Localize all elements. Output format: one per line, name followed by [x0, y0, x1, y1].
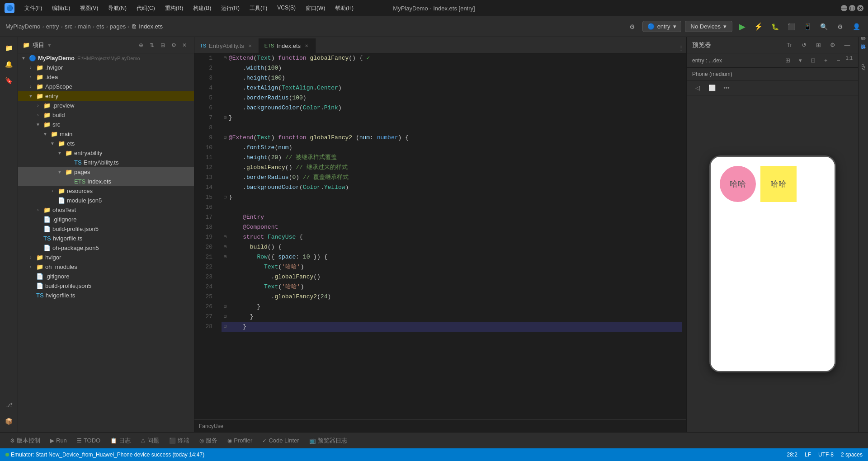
tree-pages-folder[interactable]: ▼ 📁 pages — [18, 167, 194, 177]
debug-button[interactable]: 🐛 — [769, 20, 781, 33]
breadcrumb-src[interactable]: src — [65, 23, 72, 30]
fold-26[interactable]: ⊟ — [222, 303, 229, 310]
tree-appscope-folder[interactable]: › 📁 AppScope — [18, 82, 194, 91]
breadcrumb-file[interactable]: 🗎 Index.ets — [132, 23, 163, 30]
fold-9[interactable]: ⊟ — [222, 134, 229, 141]
settings-button[interactable]: ⚙ — [834, 20, 846, 33]
fold-15[interactable]: ⊟ — [222, 194, 229, 201]
close-exp-btn[interactable]: ✕ — [179, 40, 189, 50]
breadcrumb-pages[interactable]: pages — [110, 23, 126, 30]
stop-button[interactable]: ⬛ — [785, 20, 797, 33]
profile-button[interactable]: ⚡ — [752, 20, 765, 33]
bottom-tab-run[interactable]: ▶ Run — [46, 435, 71, 446]
bookmarks-strip-btn[interactable]: 🔖 — [2, 73, 16, 88]
tree-index-file[interactable]: › ETS Index.ets — [18, 177, 194, 186]
device-manager-button[interactable]: 📱 — [801, 20, 814, 33]
tree-ets-folder[interactable]: ▼ 📁 ets — [18, 139, 194, 148]
tree-entry-folder[interactable]: ▼ 📁 entry — [18, 91, 194, 101]
tree-entryability-folder[interactable]: ▼ 📁 entryability — [18, 148, 194, 158]
tree-entryability-file[interactable]: › TS EntryAbility.ts — [18, 158, 194, 167]
tree-resources-folder[interactable]: › 📁 resources — [18, 186, 194, 196]
fold-21[interactable]: ⊟ — [222, 254, 229, 261]
code-editor[interactable]: ⊟ @Extend(Text) function globalFancy() {… — [217, 53, 686, 419]
tree-preview-folder[interactable]: › 📁 .preview — [18, 101, 194, 110]
tree-hvigorfile-ts[interactable]: › TS hvigorfile.ts — [18, 234, 194, 243]
tree-buildprofile-file[interactable]: › 📄 build-profile.json5 — [18, 224, 194, 234]
prev-back-btn[interactable]: ◁ — [692, 82, 703, 93]
tree-root-hvigorfile[interactable]: › TS hvigorfile.ts — [18, 291, 194, 300]
tab1-close-btn[interactable]: ✕ — [247, 42, 253, 49]
tree-src-folder[interactable]: ▼ 📁 src — [18, 120, 194, 129]
expand-all-btn[interactable]: ⇅ — [147, 40, 157, 50]
fold-28[interactable]: ⊟ — [222, 323, 229, 330]
settings-exp-btn[interactable]: ⚙ — [169, 40, 179, 50]
prev-rotate-btn[interactable]: ⬜ — [707, 82, 717, 93]
tab-entryability[interactable]: TS EntryAbility.ts ✕ — [194, 38, 259, 53]
add-file-btn[interactable]: ⊕ — [136, 40, 146, 50]
bottom-tab-log[interactable]: 📋 日志 — [106, 435, 135, 447]
menu-run[interactable]: 运行(R) — [217, 3, 244, 14]
account-button[interactable]: 👤 — [850, 20, 863, 33]
menu-vcs[interactable]: VCS(S) — [273, 3, 300, 14]
prev-more-btn[interactable]: ••• — [721, 82, 732, 93]
menu-edit[interactable]: 编辑(E) — [47, 3, 75, 14]
breadcrumb-entry[interactable]: entry — [46, 23, 59, 30]
menu-tools[interactable]: 工具(T) — [245, 3, 272, 14]
preview-zoom-out-btn[interactable]: − — [833, 55, 844, 66]
close-button[interactable]: ✕ — [857, 5, 863, 11]
settings-icon-btn[interactable]: ⚙ — [626, 20, 639, 33]
preview-layout-btn[interactable]: ⊞ — [813, 40, 824, 51]
tree-root[interactable]: ▼ 🔵 MyPlayDemo E:\HMProjects\MyPlayDemo — [18, 53, 194, 63]
tree-root-gitignore[interactable]: › 📄 .gitignore — [18, 272, 194, 281]
menu-window[interactable]: 窗口(W) — [301, 3, 330, 14]
bottom-tab-problems[interactable]: ⚠ 问题 — [136, 435, 164, 447]
preview-crop-btn[interactable]: ⊡ — [808, 55, 819, 66]
menu-code[interactable]: 代码(C) — [132, 3, 160, 14]
no-devices-button[interactable]: No Devices ▾ — [685, 21, 732, 32]
fold-19[interactable]: ⊟ — [222, 234, 229, 241]
collapse-all-btn[interactable]: ⊟ — [158, 40, 168, 50]
tree-hvigor-root[interactable]: › 📁 hvigor — [18, 253, 194, 262]
tree-main-folder[interactable]: ▼ 📁 main — [18, 129, 194, 139]
menu-build[interactable]: 构建(B) — [189, 3, 216, 14]
bottom-tab-codelinter[interactable]: ✓ Code Linter — [258, 435, 303, 446]
tree-root-buildprofile[interactable]: › 📄 build-profile.json5 — [18, 281, 194, 291]
bottom-tab-terminal[interactable]: ⬛ 终端 — [165, 435, 194, 447]
entry-dropdown[interactable]: 🔵 entry ▾ — [642, 21, 681, 32]
minimize-button[interactable]: — — [841, 5, 847, 11]
preview-close-btn[interactable]: — — [842, 40, 853, 51]
tree-idea-folder[interactable]: › 📁 .idea — [18, 72, 194, 82]
breadcrumb-ets[interactable]: ets — [96, 23, 104, 30]
tree-ohpackage-file[interactable]: › 📄 oh-package.json5 — [18, 243, 194, 253]
fold-27[interactable]: ⊟ — [222, 313, 229, 320]
tab2-close-btn[interactable]: ✕ — [303, 42, 310, 49]
preview-refresh-btn[interactable]: ↺ — [798, 40, 809, 51]
notifications-strip-btn[interactable]: 🔔 — [2, 57, 16, 71]
run-button[interactable]: ▶ — [736, 20, 749, 33]
tree-ohostest-folder[interactable]: › 📁 ohosTest — [18, 205, 194, 215]
tree-gitignore-file[interactable]: › 📄 .gitignore — [18, 215, 194, 224]
preview-font-btn[interactable]: Tr — [784, 40, 795, 51]
api-panel-label[interactable]: API — [860, 59, 867, 74]
git-strip-btn[interactable]: ⎇ — [2, 398, 16, 412]
menu-file[interactable]: 文件(F) — [20, 3, 47, 14]
search-button[interactable]: 🔍 — [817, 20, 830, 33]
menu-navigate[interactable]: 导航(N) — [104, 3, 131, 14]
menu-refactor[interactable]: 重构(R) — [160, 3, 188, 14]
bottom-tab-profiler[interactable]: ◉ Profiler — [223, 435, 257, 446]
preview-settings-btn[interactable]: ⚙ — [827, 40, 838, 51]
menu-help[interactable]: 帮助(H) — [330, 3, 358, 14]
tab-menu-button[interactable]: ⋮ — [675, 42, 686, 53]
tree-module-json[interactable]: › 📄 module.json5 — [18, 196, 194, 205]
preview-dropdown-btn[interactable]: ▾ — [795, 55, 806, 66]
preview-panel-label[interactable]: 预览 — [859, 50, 868, 57]
notifications-panel-label[interactable]: 通知 — [859, 41, 868, 48]
fold-1[interactable]: ⊟ — [222, 55, 229, 62]
menu-view[interactable]: 视图(V) — [75, 3, 103, 14]
tree-build-folder[interactable]: › 📁 build — [18, 110, 194, 120]
bottom-tab-previewlog[interactable]: 📺 预览器日志 — [305, 435, 352, 447]
tab-indexets[interactable]: ETS Index.ets ✕ — [259, 38, 316, 53]
deploy-strip-btn[interactable]: 📦 — [2, 414, 16, 428]
breadcrumb-project[interactable]: MyPlayDemo — [5, 23, 40, 30]
fold-7[interactable]: ⊟ — [222, 114, 229, 122]
